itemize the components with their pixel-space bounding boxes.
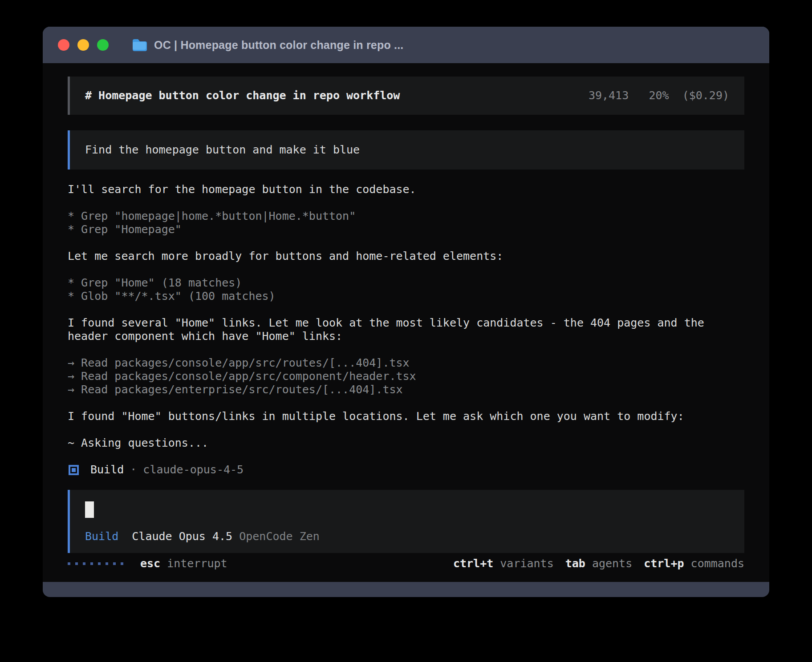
assistant-text-line (68, 423, 744, 436)
tool-call-line: → Read packages/console/app/src/componen… (68, 370, 744, 383)
shortcut-hint: tabagents (565, 557, 633, 570)
agent-name: Build (90, 463, 124, 476)
assistant-text-line (68, 236, 744, 250)
spinner-dot (113, 562, 116, 565)
shortcut-label: commands (691, 557, 744, 570)
input-agent-label: Build (85, 530, 118, 543)
shortcut-label: variants (500, 557, 553, 570)
spinner-dot (106, 562, 108, 565)
tool-call-line: * Grep "homepage|home.*button|Home.*butt… (68, 210, 744, 223)
assistant-text-line: I found several "Home" links. Let me loo… (68, 316, 744, 330)
assistant-text-line (68, 303, 744, 316)
assistant-text-line (68, 263, 744, 276)
zoom-button[interactable] (97, 39, 109, 51)
agent-status-row: Build · claude-opus-4-5 (68, 463, 744, 476)
window-title: OC | Homepage button color change in rep… (154, 39, 403, 52)
folder-icon (132, 39, 147, 51)
session-cost: ($0.29) (682, 89, 729, 102)
status-bar-shortcuts: ctrl+tvariantstabagentsctrl+pcommands (453, 557, 744, 570)
window-titlebar[interactable]: OC | Homepage button color change in rep… (43, 27, 769, 63)
session-header: # Homepage button color change in repo w… (68, 77, 744, 115)
esc-key-hint: esc (140, 557, 160, 570)
shortcut-hint: ctrl+pcommands (644, 557, 744, 570)
status-bar: esc interrupt ctrl+tvariantstabagentsctr… (68, 557, 744, 570)
spinner-dot (121, 562, 123, 565)
assistant-transcript: I'll search for the homepage button in t… (68, 183, 744, 450)
tool-call-line: * Grep "Homepage" (68, 223, 744, 236)
shortcut-label: agents (592, 557, 632, 570)
text-cursor (85, 501, 94, 518)
spinner-dot (98, 562, 101, 565)
shortcut-key: ctrl+p (644, 557, 684, 570)
assistant-text-line (68, 396, 744, 410)
spinner-dots (68, 562, 123, 565)
input-model-label: Claude Opus 4.5 (132, 530, 232, 543)
user-message-text: Find the homepage button and make it blu… (85, 143, 360, 157)
assistant-text-line: I'll search for the homepage button in t… (68, 183, 744, 196)
assistant-text-line: I found "Home" buttons/links in multiple… (68, 410, 744, 423)
tool-call-line: → Read packages/enterprise/src/routes/[.… (68, 383, 744, 396)
esc-action-label: interrupt (167, 557, 227, 570)
shortcut-hint: ctrl+tvariants (453, 557, 554, 570)
input-provider-label: OpenCode Zen (239, 530, 320, 543)
spinner-dot (90, 562, 93, 565)
session-title: # Homepage button color change in repo w… (85, 89, 400, 102)
agent-build-icon (69, 465, 79, 475)
assistant-text-line (68, 196, 744, 210)
status-bar-left: esc interrupt (68, 557, 227, 570)
agent-model-id: claude-opus-4-5 (143, 463, 244, 476)
assistant-text-line: Let me search more broadly for buttons a… (68, 250, 744, 263)
tool-call-line: * Glob "**/*.tsx" (100 matches) (68, 290, 744, 303)
prompt-input[interactable]: Build Claude Opus 4.5 OpenCode Zen (68, 490, 744, 553)
session-metrics: 39,413 20% ($0.29) (589, 89, 729, 102)
context-percent: 20% (649, 89, 669, 102)
spinner-dot (83, 562, 85, 565)
input-status-row: Build Claude Opus 4.5 OpenCode Zen (85, 530, 729, 543)
assistant-text-line: header component which have "Home" links… (68, 330, 744, 343)
app-window: OC | Homepage button color change in rep… (43, 27, 769, 597)
close-button[interactable] (58, 39, 69, 51)
tool-call-line: → Read packages/console/app/src/routes/[… (68, 356, 744, 370)
tool-call-line: * Grep "Home" (18 matches) (68, 276, 744, 290)
user-message: Find the homepage button and make it blu… (68, 130, 744, 170)
assistant-text-line (68, 343, 744, 356)
agent-separator: · (130, 463, 137, 476)
spinner-dot (75, 562, 78, 565)
minimize-button[interactable] (77, 39, 89, 51)
terminal-area: # Homepage button color change in repo w… (43, 63, 769, 582)
assistant-text-line: ~ Asking questions... (68, 436, 744, 450)
token-count: 39,413 (589, 89, 629, 102)
shortcut-key: tab (565, 557, 585, 570)
traffic-lights (58, 39, 109, 51)
shortcut-key: ctrl+t (453, 557, 493, 570)
spinner-dot (68, 562, 70, 565)
